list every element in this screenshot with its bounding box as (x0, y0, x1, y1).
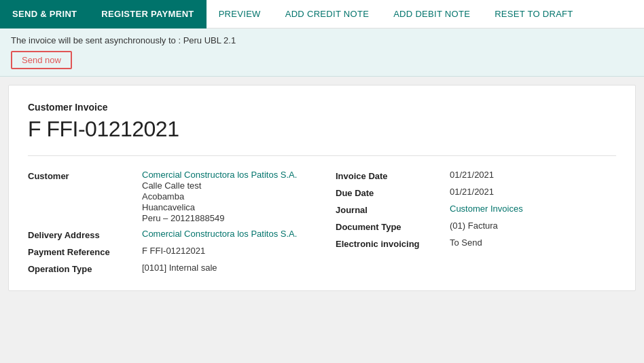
customer-label: Customer (28, 170, 137, 181)
reset-to-draft-button[interactable]: RESET TO DRAFT (482, 0, 585, 28)
invoice-date-label: Invoice Date (336, 170, 444, 181)
customer-address-2: Acobamba (142, 191, 308, 202)
due-date-value: 01/21/2021 (450, 187, 616, 197)
journal-value-link[interactable]: Customer Invoices (450, 204, 616, 214)
right-fields: Invoice Date 01/21/2021 Due Date 01/21/2… (336, 170, 616, 274)
add-credit-note-button[interactable]: ADD CREDIT NOTE (273, 0, 381, 28)
document-type-label: Document Type (336, 221, 444, 232)
field-row-operation-type: Operation Type [0101] Internal sale (28, 263, 308, 274)
operation-type-value: [0101] Internal sale (142, 263, 308, 273)
field-row-customer: Customer Comercial Constructora los Pati… (28, 170, 308, 223)
customer-address-4: Peru – 20121888549 (142, 213, 308, 223)
invoice-number: F FFI-01212021 (28, 117, 616, 142)
journal-label: Journal (336, 204, 444, 215)
operation-type-label: Operation Type (28, 263, 137, 274)
customer-address-1: Calle Calle test (142, 180, 308, 191)
electronic-invoicing-value: To Send (450, 237, 616, 248)
field-row-payment-ref: Payment Reference F FFI-01212021 (28, 246, 308, 257)
field-row-document-type: Document Type (01) Factura (336, 221, 616, 232)
left-fields: Customer Comercial Constructora los Pati… (28, 170, 308, 274)
divider (28, 155, 616, 156)
fields-grid: Customer Comercial Constructora los Pati… (28, 170, 616, 274)
due-date-label: Due Date (336, 187, 444, 198)
add-debit-note-button[interactable]: ADD DEBIT NOTE (381, 0, 482, 28)
field-row-electronic-invoicing: Electronic invoicing To Send (336, 237, 616, 249)
customer-address-3: Huancavelica (142, 202, 308, 212)
document-type-value: (01) Factura (450, 221, 616, 231)
electronic-invoicing-label: Electronic invoicing (336, 237, 444, 249)
field-row-invoice-date: Invoice Date 01/21/2021 (336, 170, 616, 181)
field-row-due-date: Due Date 01/21/2021 (336, 187, 616, 198)
customer-name-link[interactable]: Comercial Constructora los Patitos S.A. (142, 170, 308, 180)
payment-ref-label: Payment Reference (28, 246, 137, 257)
invoice-card: Customer Invoice F FFI-01212021 Customer… (8, 85, 636, 291)
field-row-delivery: Delivery Address Comercial Constructora … (28, 229, 308, 240)
delivery-value-link[interactable]: Comercial Constructora los Patitos S.A. (142, 229, 308, 239)
payment-ref-value: F FFI-01212021 (142, 246, 308, 256)
field-row-journal: Journal Customer Invoices (336, 204, 616, 215)
send-print-button[interactable]: SEND & PRINT (0, 0, 89, 28)
register-payment-button[interactable]: REGISTER PAYMENT (89, 0, 206, 28)
invoice-date-value: 01/21/2021 (450, 170, 616, 180)
preview-button[interactable]: PREVIEW (207, 0, 273, 28)
invoice-type-label: Customer Invoice (28, 102, 616, 113)
toolbar: SEND & PRINT REGISTER PAYMENT PREVIEW AD… (0, 0, 644, 28)
banner-message: The invoice will be sent asynchronously … (11, 35, 633, 45)
send-banner: The invoice will be sent asynchronously … (0, 28, 644, 77)
delivery-label: Delivery Address (28, 229, 137, 240)
send-now-button[interactable]: Send now (11, 51, 72, 69)
customer-value: Comercial Constructora los Patitos S.A. … (142, 170, 308, 223)
